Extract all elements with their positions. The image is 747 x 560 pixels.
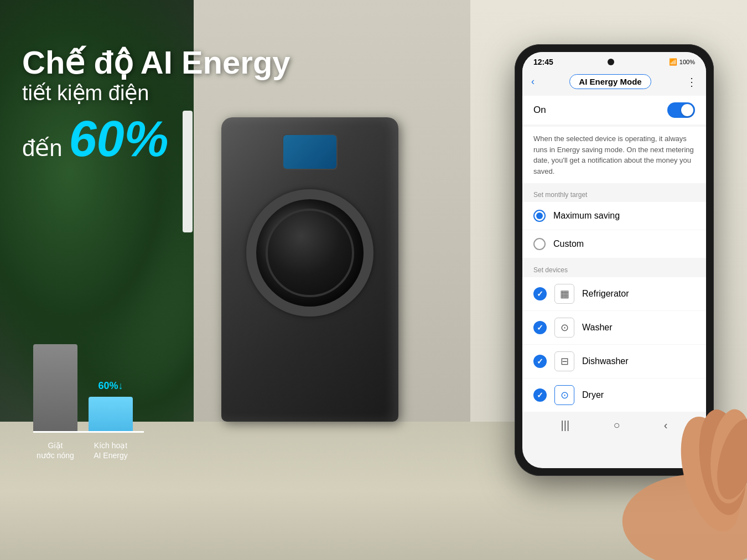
washer-inner-door bbox=[266, 209, 354, 297]
bar-group-ai-energy: 60%↓ bbox=[89, 397, 133, 433]
percent-badge: 60%↓ bbox=[98, 380, 123, 392]
description-text: When the selected device is operating, i… bbox=[522, 127, 706, 183]
checkmark-icon: ✓ bbox=[537, 357, 543, 366]
hero-title-line1: Chế độ AI Energy bbox=[22, 44, 290, 81]
battery-icon: 100% bbox=[679, 59, 695, 65]
status-bar: 12:45 📶 100% bbox=[522, 52, 706, 70]
washer-door bbox=[246, 189, 374, 317]
bar-hot-water bbox=[33, 344, 77, 433]
check-refrigerator: ✓ bbox=[533, 287, 547, 300]
wifi-icon: 📶 bbox=[669, 58, 677, 66]
radio-circle-custom bbox=[533, 238, 546, 250]
back-button[interactable]: ‹ bbox=[531, 76, 535, 87]
radio-maximum-saving[interactable]: Maximum saving bbox=[522, 202, 706, 230]
dryer-icon: ⊙ bbox=[554, 385, 574, 405]
radio-label-custom: Custom bbox=[553, 239, 584, 249]
screen-title: AI Energy Mode bbox=[569, 74, 651, 89]
chart-baseline bbox=[33, 431, 144, 433]
device-refrigerator[interactable]: ✓ ▦ Refrigerator bbox=[522, 277, 706, 310]
nav-bar: ‹ AI Energy Mode ⋮ bbox=[522, 70, 706, 94]
toggle-row: On bbox=[522, 96, 706, 125]
recent-apps-icon[interactable]: ||| bbox=[561, 419, 570, 432]
monthly-target-header: Set monthly target bbox=[522, 183, 706, 202]
toggle-switch[interactable] bbox=[667, 102, 695, 118]
toggle-label: On bbox=[533, 105, 546, 116]
hero-text-block: Chế độ AI Energy tiết kiệm điện đến 60% bbox=[22, 44, 290, 168]
more-options-icon[interactable]: ⋮ bbox=[686, 75, 697, 89]
hero-percent-line: đến 60% bbox=[22, 111, 290, 168]
checkmark-icon: ✓ bbox=[537, 323, 543, 332]
toggle-knob bbox=[681, 104, 693, 116]
check-dryer: ✓ bbox=[533, 388, 547, 402]
check-dishwasher: ✓ bbox=[533, 355, 547, 368]
checkmark-icon: ✓ bbox=[537, 391, 543, 400]
device-washer[interactable]: ✓ ⊙ Washer bbox=[522, 311, 706, 344]
hero-percent-value: 60% bbox=[69, 111, 168, 167]
radio-label-max: Maximum saving bbox=[553, 211, 620, 221]
hero-title-line2: tiết kiệm điện bbox=[22, 81, 290, 106]
radio-custom[interactable]: Custom bbox=[522, 230, 706, 258]
chart-label-ai-energy: Kích hoạt AI Energy bbox=[89, 440, 133, 460]
chart-labels: Giặt nước nóng Kích hoạt AI Energy bbox=[33, 440, 133, 460]
status-time: 12:45 bbox=[533, 58, 553, 66]
camera-notch bbox=[608, 59, 614, 65]
dishwasher-icon: ⊟ bbox=[554, 351, 574, 371]
bar-group-hot-water bbox=[33, 344, 77, 433]
check-washer: ✓ bbox=[533, 321, 547, 334]
hand-holding-phone bbox=[581, 354, 747, 560]
device-name-refrigerator: Refrigerator bbox=[582, 289, 629, 299]
checkmark-icon: ✓ bbox=[537, 289, 543, 298]
phone-container: 12:45 📶 100% ‹ AI Energy Mode ⋮ On bbox=[498, 44, 730, 476]
bar-chart: 60%↓ Giặt nước nóng Kích hoạt AI Energy bbox=[33, 344, 133, 433]
washer-screen bbox=[282, 134, 338, 170]
radio-circle-max bbox=[533, 210, 546, 222]
hero-prefix: đến bbox=[22, 135, 63, 161]
refrigerator-icon: ▦ bbox=[554, 284, 574, 304]
devices-header: Set devices bbox=[522, 258, 706, 277]
washer-icon: ⊙ bbox=[554, 318, 574, 338]
chevron-left-icon: ‹ bbox=[531, 76, 535, 87]
bar-ai-energy: 60%↓ bbox=[89, 397, 133, 433]
device-name-washer: Washer bbox=[582, 323, 613, 333]
status-icons: 📶 100% bbox=[669, 58, 695, 66]
chart-label-hot-water: Giặt nước nóng bbox=[33, 440, 77, 460]
radio-dot-max bbox=[536, 212, 543, 219]
